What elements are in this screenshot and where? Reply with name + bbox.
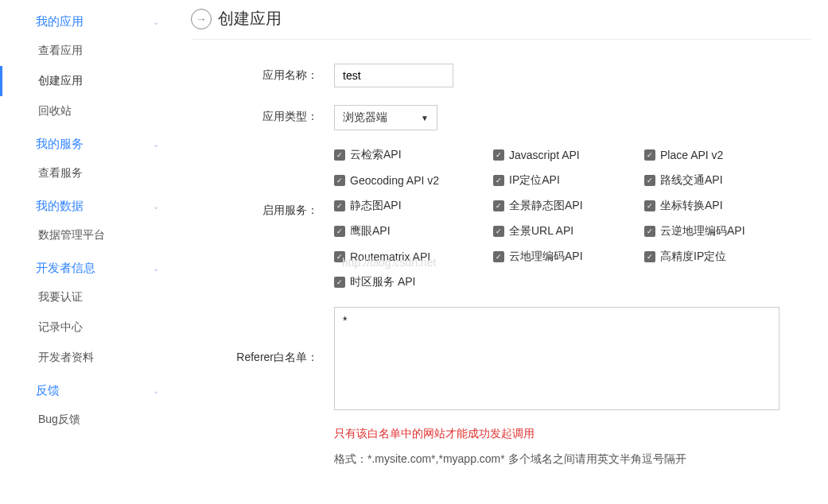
sidebar-group-developer[interactable]: 开发者信息 ⌄ xyxy=(0,254,175,282)
checkmark-icon: ✓ xyxy=(493,226,504,237)
chevron-down-icon: ⌄ xyxy=(153,386,159,395)
checkmark-icon: ✓ xyxy=(644,175,655,186)
checkmark-icon: ✓ xyxy=(644,251,655,262)
sidebar-item-verify[interactable]: 我要认证 xyxy=(0,282,175,312)
service-checkbox[interactable]: ✓云逆地理编码API xyxy=(644,224,795,238)
sidebar-item-bug-feedback[interactable]: Bug反馈 xyxy=(0,405,175,435)
sidebar-group-label: 我的服务 xyxy=(36,137,84,152)
service-checkbox[interactable]: ✓云地理编码API xyxy=(493,250,644,264)
app-type-value: 浏览器端 xyxy=(343,110,387,125)
service-checkbox[interactable]: ✓坐标转换API xyxy=(644,199,795,213)
service-checkbox[interactable]: ✓IP定位API xyxy=(493,173,644,188)
sidebar-group-myservices[interactable]: 我的服务 ⌄ xyxy=(0,130,175,158)
sidebar-group-feedback[interactable]: 反馈 ⌄ xyxy=(0,377,175,405)
service-checkbox[interactable]: ✓云检索API xyxy=(334,148,493,162)
checkmark-icon: ✓ xyxy=(493,149,504,161)
app-type-label: 应用类型： xyxy=(191,105,334,124)
page-title: → 创建应用 xyxy=(191,8,812,40)
checkmark-icon: ✓ xyxy=(334,277,345,288)
services-grid: ✓云检索API ✓Javascript API ✓Place API v2 ✓G… xyxy=(334,148,812,289)
referer-label: Referer白名单： xyxy=(191,307,334,365)
services-label: 启用服务： xyxy=(191,148,334,218)
service-checkbox[interactable]: ✓Geocoding API v2 xyxy=(334,173,493,188)
service-checkbox[interactable]: ✓鹰眼API xyxy=(334,224,493,238)
checkmark-icon: ✓ xyxy=(334,175,345,186)
sidebar-group-label: 反馈 xyxy=(36,383,60,398)
chevron-down-icon: ⌄ xyxy=(153,17,159,26)
sidebar-item-recycle[interactable]: 回收站 xyxy=(0,96,175,126)
sidebar-group-mydata[interactable]: 我的数据 ⌄ xyxy=(0,192,175,220)
sidebar-item-data-platform[interactable]: 数据管理平台 xyxy=(0,220,175,250)
page-title-text: 创建应用 xyxy=(218,8,282,29)
referer-hint: 格式：*.mysite.com*,*myapp.com* 多个域名之间请用英文半… xyxy=(334,452,812,467)
chevron-down-icon: ⌄ xyxy=(153,264,159,273)
service-checkbox[interactable]: ✓Routematrix API xyxy=(334,250,493,264)
checkmark-icon: ✓ xyxy=(644,149,655,161)
checkmark-icon: ✓ xyxy=(334,200,345,211)
main-content: → 创建应用 应用名称： 应用类型： 浏览器端 ▼ 启用服务： ✓云检索API xyxy=(175,0,828,500)
chevron-down-icon: ⌄ xyxy=(153,140,159,149)
checkmark-icon: ✓ xyxy=(644,200,655,211)
service-checkbox[interactable]: ✓全景静态图API xyxy=(493,199,644,213)
checkmark-icon: ✓ xyxy=(493,200,504,211)
sidebar-item-create-app[interactable]: 创建应用 xyxy=(0,66,175,96)
checkmark-icon: ✓ xyxy=(334,226,345,237)
service-checkbox[interactable]: ✓高精度IP定位 xyxy=(644,250,795,264)
sidebar: 我的应用 ⌄ 查看应用 创建应用 回收站 我的服务 ⌄ 查看服务 我的数据 ⌄ … xyxy=(0,0,175,500)
service-checkbox[interactable]: ✓时区服务 API xyxy=(334,275,493,289)
checkmark-icon: ✓ xyxy=(493,251,504,262)
service-checkbox[interactable]: ✓路线交通API xyxy=(644,173,795,188)
sidebar-group-label: 开发者信息 xyxy=(36,261,95,276)
app-name-input[interactable] xyxy=(334,64,453,87)
checkmark-icon: ✓ xyxy=(334,149,345,161)
referer-warning: 只有该白名单中的网站才能成功发起调用 xyxy=(334,427,812,441)
chevron-down-icon: ⌄ xyxy=(153,202,159,211)
sidebar-item-dev-profile[interactable]: 开发者资料 xyxy=(0,343,175,373)
sidebar-item-records[interactable]: 记录中心 xyxy=(0,312,175,343)
referer-textarea[interactable] xyxy=(334,307,779,410)
sidebar-group-label: 我的应用 xyxy=(36,14,84,29)
checkmark-icon: ✓ xyxy=(644,226,655,237)
service-checkbox[interactable]: ✓静态图API xyxy=(334,199,493,213)
sidebar-group-myapps[interactable]: 我的应用 ⌄ xyxy=(0,8,175,36)
app-name-label: 应用名称： xyxy=(191,64,334,83)
service-checkbox[interactable]: ✓全景URL API xyxy=(493,224,644,238)
service-checkbox[interactable]: ✓Place API v2 xyxy=(644,148,795,162)
service-checkbox[interactable]: ✓Javascript API xyxy=(493,148,644,162)
sidebar-group-label: 我的数据 xyxy=(36,199,84,214)
arrow-right-circle-icon: → xyxy=(191,9,212,29)
sidebar-item-view-services[interactable]: 查看服务 xyxy=(0,158,175,188)
caret-down-icon: ▼ xyxy=(421,114,429,122)
checkmark-icon: ✓ xyxy=(493,175,504,186)
checkmark-icon: ✓ xyxy=(334,251,345,262)
sidebar-item-view-apps[interactable]: 查看应用 xyxy=(0,36,175,66)
app-type-select[interactable]: 浏览器端 ▼ xyxy=(334,105,437,130)
